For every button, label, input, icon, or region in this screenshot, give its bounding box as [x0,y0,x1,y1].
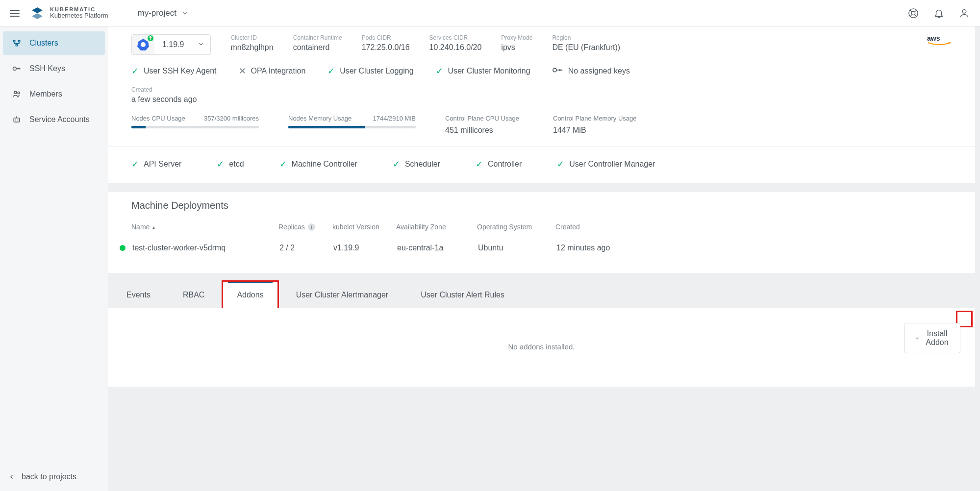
feature-monitoring: ✓ User Cluster Monitoring [436,66,530,76]
install-addon-button[interactable]: Install Addon [905,323,960,353]
project-selector[interactable]: my-project [138,8,188,18]
key-icon [553,67,563,75]
cp-mem-usage: Control Plane Memory Usage 1447 MiB [553,115,637,135]
sidebar-item-label: Members [29,90,62,98]
check-icon: ✓ [436,66,443,76]
table-row[interactable]: test-cluster-worker-v5drmq 2 / 2 v1.19.9… [131,237,952,259]
col-replicas-header[interactable]: Replicasi [278,223,332,231]
logo-mark-icon [30,6,44,20]
feature-logging: ✓ User Cluster Logging [327,66,413,76]
no-addons-message: No addons installed. [131,343,952,351]
row-az: eu-central-1a [397,244,478,252]
sidebar-item-label: Clusters [29,39,58,48]
row-name: test-cluster-worker-v5drmq [132,244,279,252]
sort-asc-icon: ▴ [152,224,155,230]
kubernetes-icon [132,34,154,55]
sidebar-item-label: Service Accounts [29,115,90,124]
chevron-left-icon [9,474,15,480]
col-kubelet-header[interactable]: kubelet Version [332,223,396,231]
back-to-projects[interactable]: back to projects [0,463,108,491]
status-api-server: ✓API Server [131,159,181,170]
addons-panel: Install Addon No addons installed. [108,308,975,387]
services-cidr: Services CIDR 10.240.16.0/20 [429,34,482,52]
robot-icon [12,115,22,124]
col-created-header[interactable]: Created [555,223,952,231]
check-icon: ✓ [327,66,335,76]
tab-alertrules[interactable]: User Cluster Alert Rules [407,282,518,308]
chevron-down-icon [192,40,210,50]
help-icon[interactable] [907,7,919,19]
project-name: my-project [138,8,176,18]
bell-icon[interactable] [933,7,945,19]
brand-line2: Kubernetes Platform [50,12,108,19]
deployments-title: Machine Deployments [131,200,952,211]
tab-addons[interactable]: Addons [223,282,277,308]
menu-icon[interactable] [10,10,20,17]
row-created: 12 minutes ago [556,244,952,252]
sidebar: Clusters SSH Keys Members Service Accoun… [0,26,108,491]
cluster-id: Cluster ID mn8zhglhpn [230,34,273,52]
tab-alertmanager[interactable]: User Cluster Alertmanager [282,282,402,308]
check-icon: ✓ [131,66,139,76]
main-content: 1.19.9 Cluster ID mn8zhglhpn Container R… [108,26,980,491]
col-name-header[interactable]: Name▴ [131,223,278,231]
created-info: Created a few seconds ago [131,86,952,104]
feature-ssh-agent: ✓ User SSH Key Agent [131,66,217,76]
sidebar-item-clusters[interactable]: Clusters [3,31,105,55]
region: Region DE (EU (Frankfurt)) [552,34,620,52]
tab-rbac[interactable]: RBAC [169,282,218,308]
svg-point-8 [18,120,19,121]
col-os-header[interactable]: Operating System [477,223,555,231]
key-icon [12,64,22,74]
logo[interactable]: KUBERMATIC Kubernetes Platform [30,6,108,20]
status-scheduler: ✓Scheduler [393,159,440,170]
svg-point-10 [141,42,146,47]
check-icon: ✓ [131,159,139,170]
nodes-mem-usage: Nodes Memory Usage 1744/2910 MiB [288,115,416,135]
feature-keys: No assigned keys [553,67,630,75]
clusters-icon [12,38,22,48]
svg-point-7 [15,120,16,121]
check-icon: ✓ [279,159,287,170]
user-icon[interactable] [958,7,970,19]
row-os: Ubuntu [478,244,556,252]
x-icon: ✕ [239,66,246,76]
feature-opa: ✕ OPA Integration [239,66,306,76]
cluster-info-card: 1.19.9 Cluster ID mn8zhglhpn Container R… [108,26,975,183]
version-value: 1.19.9 [154,40,192,49]
version-selector[interactable]: 1.19.9 [131,34,211,55]
row-kubelet: v1.19.9 [333,244,397,252]
svg-point-3 [13,67,17,71]
check-icon: ✓ [393,159,400,170]
sidebar-item-label: SSH Keys [29,64,65,73]
svg-point-4 [14,91,17,94]
status-etcd: ✓etcd [217,159,244,170]
table-header: Name▴ Replicasi kubelet Version Availabi… [131,223,952,237]
sidebar-item-serviceaccounts[interactable]: Service Accounts [3,108,105,131]
sidebar-item-sshkeys[interactable]: SSH Keys [3,57,105,80]
check-icon: ✓ [557,159,564,170]
svg-point-13 [553,68,556,72]
svg-rect-6 [14,118,20,122]
component-status-row: ✓API Server ✓etcd ✓Machine Controller ✓S… [131,159,952,170]
nodes-cpu-usage: Nodes CPU Usage 357/3200 millicores [131,115,259,135]
tab-events[interactable]: Events [113,282,164,308]
pods-cidr: Pods CIDR 172.25.0.0/16 [362,34,410,52]
container-runtime: Container Runtime containerd [293,34,342,52]
status-user-controller-manager: ✓User Controller Manager [557,159,655,170]
plus-icon [915,334,919,342]
row-replicas: 2 / 2 [279,244,333,252]
back-label: back to projects [22,472,76,481]
status-dot-icon [120,245,126,251]
header: KUBERMATIC Kubernetes Platform my-projec… [0,0,980,26]
sidebar-item-members[interactable]: Members [3,82,105,106]
col-az-header[interactable]: Availability Zone [396,223,477,231]
status-machine-controller: ✓Machine Controller [279,159,357,170]
svg-text:aws: aws [927,34,940,42]
check-icon: ✓ [476,159,483,170]
svg-point-5 [18,92,20,94]
check-icon: ✓ [217,159,224,170]
cp-cpu-usage: Control Plane CPU Usage 451 millicores [445,115,524,135]
chevron-down-icon [181,10,188,17]
tabs: Events RBAC Addons User Cluster Alertman… [108,282,975,308]
